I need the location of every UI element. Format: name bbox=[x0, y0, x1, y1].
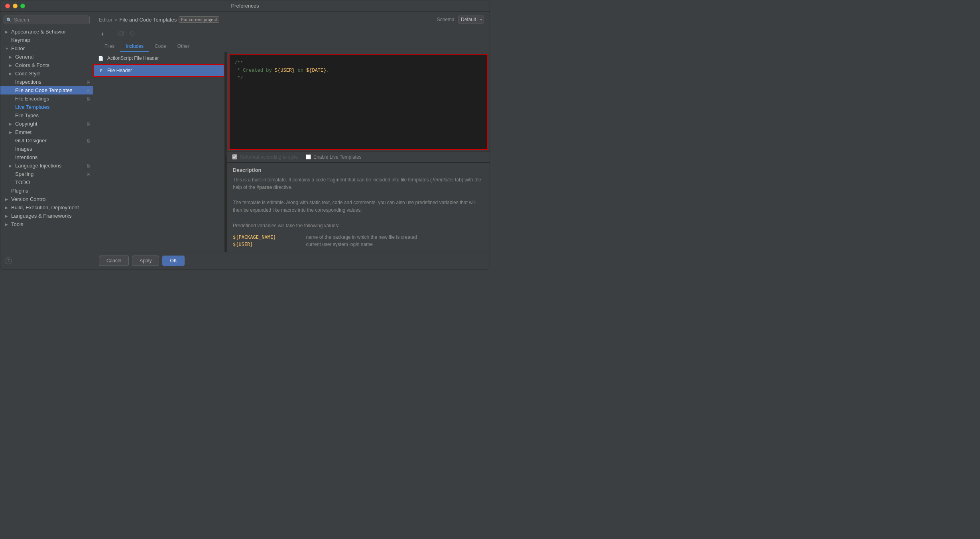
collapse-arrow: ▶ bbox=[9, 63, 13, 67]
copy-icon: ⎘ bbox=[87, 172, 90, 177]
copy-icon: ⎘ bbox=[87, 80, 90, 85]
sidebar-item-label: File and Code Templates bbox=[15, 87, 85, 93]
sidebar-item-todo[interactable]: TODO bbox=[0, 178, 93, 187]
sidebar-item-label: Live Templates bbox=[15, 104, 90, 110]
maximize-button[interactable] bbox=[20, 4, 25, 8]
close-button[interactable] bbox=[5, 4, 10, 8]
description-title: Description bbox=[233, 167, 484, 173]
sidebar-item-label: Spelling bbox=[15, 171, 85, 177]
sidebar-item-languages-frameworks[interactable]: ▶ Languages & Frameworks bbox=[0, 212, 93, 220]
spacer bbox=[9, 147, 13, 151]
sidebar-item-general[interactable]: ▶ General bbox=[0, 53, 93, 61]
search-input[interactable] bbox=[14, 17, 87, 23]
tabs-row: Files Includes Code Other bbox=[93, 41, 490, 52]
panel-header: Editor > File and Code Templates For cur… bbox=[93, 12, 490, 27]
collapse-arrow: ▶ bbox=[5, 222, 9, 226]
sidebar-item-file-types[interactable]: File Types bbox=[0, 111, 93, 120]
var-name-1: ${USER} bbox=[233, 241, 306, 248]
apply-button[interactable]: Apply bbox=[132, 256, 159, 266]
sidebar-item-live-templates[interactable]: Live Templates bbox=[0, 103, 93, 111]
spacer bbox=[9, 105, 13, 109]
collapse-arrow: ▶ bbox=[5, 30, 9, 34]
tab-code[interactable]: Code bbox=[149, 41, 172, 52]
project-scope-label: For current project bbox=[179, 16, 219, 23]
sidebar-item-label: Build, Execution, Deployment bbox=[11, 205, 90, 210]
sidebar-item-build-execution[interactable]: ▶ Build, Execution, Deployment bbox=[0, 203, 93, 212]
copy-icon: ⎘ bbox=[87, 163, 90, 168]
description-panel: Description This is a built-in template.… bbox=[227, 163, 490, 252]
copy-template-button[interactable] bbox=[116, 30, 126, 38]
desc-text-bold: #parse bbox=[256, 185, 272, 190]
search-box[interactable]: 🔍 bbox=[4, 16, 90, 24]
reformat-checkbox-label: Reformat according to style bbox=[232, 154, 298, 160]
sidebar-item-file-encodings[interactable]: File Encodings ⎘ bbox=[0, 94, 93, 103]
sidebar-item-tools[interactable]: ▶ Tools bbox=[0, 220, 93, 228]
collapse-arrow: ▶ bbox=[9, 164, 13, 168]
sidebar-item-label: Code Style bbox=[15, 71, 90, 77]
ok-button[interactable]: OK bbox=[162, 256, 184, 266]
sidebar-item-images[interactable]: Images bbox=[0, 145, 93, 153]
description-variables-table: ${PACKAGE_NAME} name of the package in w… bbox=[233, 234, 484, 248]
options-bar: Reformat according to style Enable Live … bbox=[227, 151, 490, 163]
live-templates-checkbox[interactable] bbox=[306, 154, 311, 159]
sidebar-item-keymap[interactable]: Keymap bbox=[0, 36, 93, 44]
add-template-button[interactable]: + bbox=[99, 30, 106, 38]
desc-text-1: This is a built-in template. It contains… bbox=[233, 177, 432, 183]
collapse-arrow: ▶ bbox=[9, 55, 13, 59]
tab-files[interactable]: Files bbox=[99, 41, 120, 52]
breadcrumb-separator: > bbox=[114, 17, 118, 23]
desc-text-3: Predefined variables will take the follo… bbox=[233, 223, 339, 228]
sidebar-item-appearance-behavior[interactable]: ▶ Appearance & Behavior bbox=[0, 28, 93, 36]
main-content: 🔍 ▶ Appearance & Behavior Keymap ▼ Edito… bbox=[0, 12, 490, 269]
desc-text-2: The template is editable. Along with sta… bbox=[233, 200, 476, 213]
sidebar-item-label: Languages & Frameworks bbox=[11, 213, 90, 219]
action-buttons: Cancel Apply OK bbox=[99, 256, 185, 266]
spacer bbox=[9, 97, 13, 101]
minimize-button[interactable] bbox=[13, 4, 18, 8]
sidebar-item-spelling[interactable]: Spelling ⎘ bbox=[0, 170, 93, 178]
cancel-button[interactable]: Cancel bbox=[99, 256, 129, 266]
code-line-3: */ bbox=[234, 75, 482, 82]
right-panel: Editor > File and Code Templates For cur… bbox=[93, 12, 490, 269]
sidebar-item-label: File Encodings bbox=[15, 96, 85, 102]
collapse-arrow: ▶ bbox=[9, 130, 13, 134]
sidebar-item-plugins[interactable]: Plugins bbox=[0, 187, 93, 195]
sidebar: 🔍 ▶ Appearance & Behavior Keymap ▼ Edito… bbox=[0, 12, 93, 269]
sidebar-item-code-style[interactable]: ▶ Code Style bbox=[0, 69, 93, 78]
content-area: 📄 ActionScript File Header F File Header… bbox=[93, 52, 490, 252]
template-list-item-file-header[interactable]: F File Header bbox=[93, 64, 224, 77]
sidebar-item-version-control[interactable]: ▶ Version Control bbox=[0, 195, 93, 203]
reformat-checkbox[interactable] bbox=[232, 154, 237, 159]
reset-template-button[interactable] bbox=[128, 30, 137, 38]
live-templates-checkbox-label: Enable Live Templates bbox=[306, 154, 362, 160]
schema-select-wrapper: Default bbox=[458, 16, 484, 24]
copy-icon: ⎘ bbox=[87, 96, 90, 101]
template-item-label: ActionScript File Header bbox=[107, 55, 159, 61]
tab-includes[interactable]: Includes bbox=[120, 41, 149, 52]
tab-other[interactable]: Other bbox=[172, 41, 195, 52]
traffic-lights bbox=[5, 4, 25, 8]
template-list-item-actionscript[interactable]: 📄 ActionScript File Header bbox=[93, 52, 224, 64]
bottom-bar: ? Cancel Apply OK bbox=[93, 252, 490, 269]
sidebar-item-editor[interactable]: ▼ Editor bbox=[0, 44, 93, 53]
spacer bbox=[9, 155, 13, 159]
spacer bbox=[5, 189, 9, 193]
sidebar-item-label: Appearance & Behavior bbox=[11, 29, 90, 35]
sidebar-item-copyright[interactable]: ▶ Copyright ⎘ bbox=[0, 120, 93, 128]
bottom-bar-inner: ? Cancel Apply OK bbox=[99, 256, 484, 266]
sidebar-item-gui-designer[interactable]: GUI Designer ⎘ bbox=[0, 136, 93, 145]
sidebar-item-label: Emmet bbox=[15, 129, 90, 135]
table-row: ${USER} current user system login name bbox=[233, 241, 484, 248]
sidebar-item-colors-fonts[interactable]: ▶ Colors & Fonts bbox=[0, 61, 93, 69]
sidebar-item-intentions[interactable]: Intentions bbox=[0, 153, 93, 161]
sidebar-item-file-and-code-templates[interactable]: File and Code Templates ⎘ bbox=[0, 86, 93, 94]
sidebar-item-inspections[interactable]: Inspections ⎘ bbox=[0, 78, 93, 86]
code-editor[interactable]: /** * Created by ${USER} on ${DATE}. */ bbox=[229, 54, 488, 150]
schema-select[interactable]: Default bbox=[458, 16, 484, 24]
code-panel: /** * Created by ${USER} on ${DATE}. */ … bbox=[227, 52, 490, 252]
sidebar-item-emmet[interactable]: ▶ Emmet bbox=[0, 128, 93, 136]
remove-template-button[interactable]: − bbox=[108, 30, 115, 38]
collapse-arrow: ▶ bbox=[5, 206, 9, 210]
spacer bbox=[9, 172, 13, 176]
sidebar-item-language-injections[interactable]: ▶ Language Injections ⎘ bbox=[0, 161, 93, 170]
